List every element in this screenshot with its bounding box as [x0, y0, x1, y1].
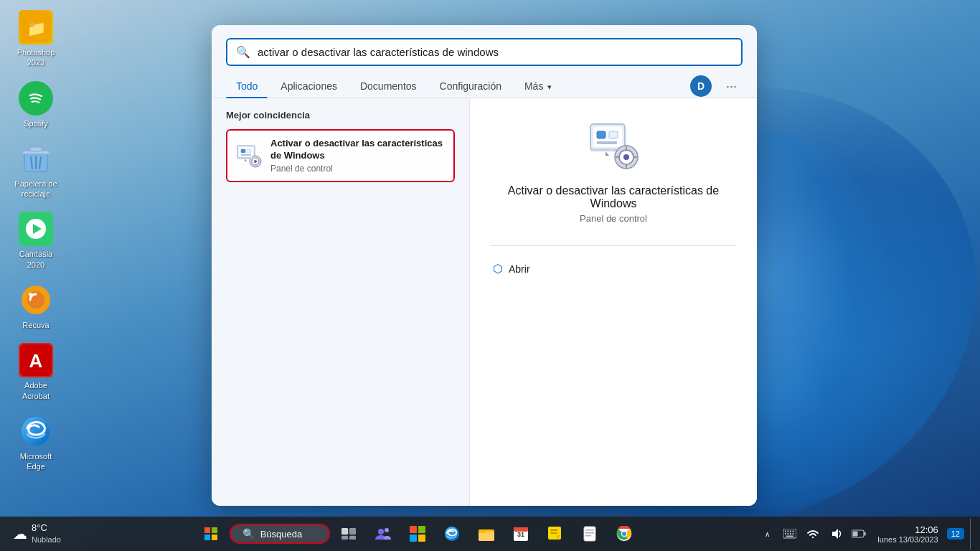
- desktop-icons-container: 📁 Photoshop 2023 Spotify: [7, 7, 65, 475]
- open-action-button[interactable]: ⬡ Abrir: [490, 258, 533, 280]
- svg-rect-56: [584, 527, 595, 541]
- result-item-windows-features[interactable]: Activar o desactivar las características…: [226, 129, 455, 182]
- weather-icon: ☁: [13, 525, 27, 542]
- search-results-panel: Mejor coincidencia: [212, 98, 470, 506]
- desktop-icon-photoshop[interactable]: 📁 Photoshop 2023: [7, 7, 65, 71]
- file-explorer-icon: [479, 527, 494, 541]
- show-desktop-button[interactable]: [970, 518, 974, 550]
- taskbar-search-label: Búsqueda: [260, 529, 303, 540]
- tab-apps[interactable]: Aplicaciones: [270, 75, 347, 98]
- desktop-icon-recuva[interactable]: Recuva: [7, 280, 65, 333]
- open-icon: ⬡: [493, 262, 503, 276]
- task-view-button[interactable]: [333, 518, 364, 550]
- taskbar-weather[interactable]: ☁ 8°C Nublado: [6, 519, 77, 547]
- desktop-icon-spotify[interactable]: Spotify: [7, 78, 65, 131]
- desktop-icon-recycle[interactable]: Papelera de reciclaje: [7, 138, 65, 202]
- search-icon: 🔍: [236, 45, 250, 59]
- svg-rect-65: [788, 531, 789, 532]
- battery-button[interactable]: [849, 524, 869, 544]
- tab-docs[interactable]: Documentos: [350, 75, 427, 98]
- clock-display[interactable]: 12:06 lunes 13/03/2023: [872, 523, 943, 545]
- file-explorer-button[interactable]: [471, 518, 502, 550]
- tab-more[interactable]: Más ▾: [514, 75, 562, 98]
- recycle-icon: [19, 141, 53, 176]
- tab-all[interactable]: Todo: [226, 75, 268, 98]
- svg-rect-58: [585, 532, 594, 534]
- taskbar-search-button[interactable]: 🔍 Búsqueda: [230, 524, 330, 544]
- camtasia-icon: [19, 212, 53, 246]
- date-label: lunes 13/03/2023: [877, 535, 938, 544]
- svg-rect-25: [597, 131, 606, 138]
- svg-rect-39: [349, 536, 356, 540]
- svg-rect-66: [790, 531, 791, 532]
- spotify-label: Spotify: [24, 118, 48, 128]
- result-title: Activar o desactivar las características…: [270, 138, 445, 162]
- start-button[interactable]: [195, 518, 227, 550]
- search-input[interactable]: [258, 46, 732, 58]
- search-bar-area: 🔍: [212, 25, 757, 75]
- open-label: Abrir: [509, 263, 530, 275]
- desktop-icon-camtasia[interactable]: Camtasia 2020: [7, 209, 65, 273]
- search-popup: 🔍 Todo Aplicaciones Documentos Configura…: [212, 25, 757, 506]
- windows-logo-icon: [204, 527, 217, 540]
- svg-rect-5: [30, 147, 42, 151]
- wifi-icon: [806, 528, 819, 540]
- search-body: Mejor coincidencia: [212, 98, 757, 506]
- tab-config[interactable]: Configuración: [430, 75, 512, 98]
- svg-text:📁: 📁: [27, 19, 47, 38]
- svg-rect-43: [418, 526, 425, 533]
- detail-app-icon: [585, 116, 642, 173]
- svg-rect-36: [341, 528, 348, 534]
- svg-point-31: [623, 154, 629, 160]
- acrobat-icon: A: [19, 343, 53, 377]
- recycle-label: Papelera de reciclaje: [10, 179, 62, 199]
- svg-point-21: [254, 160, 257, 163]
- svg-rect-38: [341, 536, 348, 540]
- notification-badge[interactable]: 12: [947, 528, 964, 540]
- chrome-icon: [616, 526, 632, 542]
- keyboard-button[interactable]: [780, 524, 800, 544]
- chrome-button[interactable]: [608, 518, 640, 550]
- svg-rect-67: [793, 531, 794, 532]
- desktop-icon-acrobat[interactable]: A Adobe Acrobat: [7, 340, 65, 404]
- sticky-notes-icon: [548, 527, 562, 541]
- search-input-wrapper[interactable]: 🔍: [226, 38, 743, 66]
- svg-rect-69: [788, 533, 789, 534]
- windows-features-icon: [236, 143, 262, 169]
- sticky-notes-button[interactable]: [540, 518, 571, 550]
- svg-text:A: A: [29, 350, 43, 372]
- svg-rect-32: [204, 527, 210, 533]
- search-tabs: Todo Aplicaciones Documentos Configuraci…: [212, 75, 757, 98]
- svg-rect-17: [247, 149, 251, 153]
- svg-rect-64: [785, 531, 786, 532]
- taskbar-edge-icon: [444, 526, 460, 542]
- camtasia-label: Camtasia 2020: [10, 249, 62, 270]
- weather-condition: Nublado: [32, 534, 61, 545]
- calendar-button[interactable]: 31: [505, 518, 537, 550]
- tray-chevron-button[interactable]: ∧: [757, 524, 777, 544]
- svg-rect-35: [212, 534, 217, 540]
- svg-rect-71: [793, 533, 794, 534]
- svg-rect-49: [479, 529, 486, 533]
- notepad-button[interactable]: [574, 518, 606, 550]
- svg-rect-55: [550, 532, 557, 534]
- svg-point-41: [385, 528, 389, 532]
- task-view-icon: [341, 528, 356, 540]
- desktop-icon-edge[interactable]: Microsoft Edge: [7, 411, 65, 475]
- taskbar-center: 🔍 Búsqueda: [77, 518, 757, 550]
- taskbar-edge-button[interactable]: [436, 518, 468, 550]
- volume-button[interactable]: [826, 524, 846, 544]
- svg-rect-72: [786, 536, 793, 537]
- edge-icon: [19, 414, 53, 448]
- store-button[interactable]: [402, 518, 433, 550]
- svg-rect-70: [790, 533, 791, 534]
- desktop: 📁 Photoshop 2023 Spotify: [0, 0, 980, 551]
- section-title: Mejor coincidencia: [226, 110, 455, 121]
- svg-rect-16: [241, 149, 245, 153]
- more-options-button[interactable]: ···: [720, 76, 743, 97]
- teams-button[interactable]: [367, 518, 399, 550]
- wifi-button[interactable]: [803, 524, 823, 544]
- taskbar: ☁ 8°C Nublado 🔍 Búsqueda: [0, 517, 980, 551]
- user-avatar[interactable]: D: [690, 75, 712, 97]
- battery-icon: [852, 529, 866, 539]
